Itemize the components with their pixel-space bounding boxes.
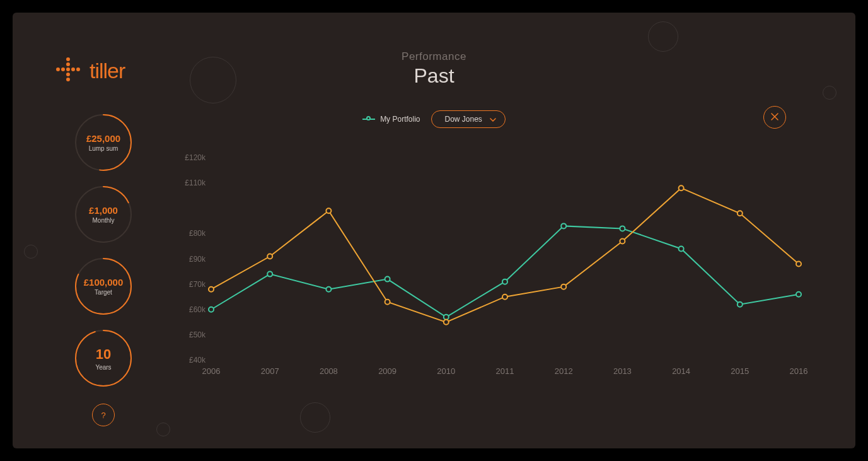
page-subtitle: Performance (13, 50, 855, 63)
benchmark-dropdown-label: Dow Jones (444, 115, 482, 124)
chart-y-tick: £90k (189, 255, 205, 264)
sidebar: £25,000 Lump sum £1,000 Monthly £100,000… (73, 114, 134, 426)
sidebar-ring-years[interactable]: 10 Years (74, 329, 132, 387)
chart-plot (211, 145, 799, 360)
svg-point-36 (679, 185, 684, 190)
chart-x-tick: 2013 (613, 366, 632, 376)
help-button[interactable]: ? (92, 404, 115, 426)
svg-point-28 (209, 287, 214, 292)
close-button[interactable] (763, 106, 786, 129)
svg-point-38 (796, 262, 801, 267)
chart-x-tick: 2009 (378, 366, 396, 376)
benchmark-dropdown[interactable]: Dow Jones (431, 110, 505, 128)
app-panel: tiller Performance Past My Portfolio Dow… (13, 13, 855, 448)
chart-y-tick: £120k (185, 153, 205, 162)
chart-x-tick: 2008 (320, 366, 338, 376)
chart-x-tick: 2011 (496, 366, 514, 376)
legend-item-portfolio: My Portfolio (362, 115, 420, 124)
decorative-circle (156, 423, 170, 436)
svg-point-21 (444, 315, 449, 320)
svg-point-27 (796, 292, 801, 297)
svg-point-30 (326, 208, 331, 213)
chart-x-tick: 2014 (672, 366, 690, 376)
chart-x-tick: 2015 (731, 366, 749, 376)
chart-y-tick: £50k (189, 330, 205, 339)
svg-point-24 (620, 226, 625, 231)
svg-point-17 (209, 307, 214, 312)
chart-svg (211, 145, 799, 360)
chart-x-tick: 2016 (790, 366, 808, 376)
svg-point-35 (620, 238, 625, 243)
legend-label-portfolio: My Portfolio (380, 115, 420, 124)
svg-point-23 (561, 223, 566, 228)
help-icon: ? (101, 411, 105, 420)
chart-x-axis: 2006200720082009201020112012201320142015… (211, 366, 799, 385)
chevron-down-icon (490, 115, 496, 123)
sidebar-ring-lumpsum[interactable]: £25,000 Lump sum (74, 114, 132, 172)
close-icon (771, 112, 778, 123)
chart-y-tick: £80k (189, 229, 205, 238)
svg-point-22 (502, 279, 507, 284)
chart-y-tick: £70k (189, 280, 205, 289)
chart-legend: My Portfolio Dow Jones (13, 110, 855, 128)
decorative-circle (300, 402, 330, 433)
legend-marker-portfolio-icon (362, 117, 375, 122)
svg-point-32 (444, 320, 449, 325)
page-heading: Performance Past (13, 50, 855, 88)
decorative-circle (24, 245, 38, 259)
svg-point-16 (76, 330, 131, 386)
chart-series (209, 223, 801, 319)
chart-x-tick: 2007 (261, 366, 279, 376)
svg-point-20 (385, 277, 390, 282)
svg-point-31 (385, 300, 390, 305)
sidebar-ring-target[interactable]: £100,000 Target (74, 257, 132, 315)
decorative-circle (823, 86, 836, 100)
svg-point-26 (738, 302, 743, 307)
chart-x-tick: 2012 (555, 366, 573, 376)
svg-point-25 (679, 246, 684, 251)
chart-series (209, 185, 801, 325)
sidebar-ring-monthly[interactable]: £1,000 Monthly (74, 185, 132, 243)
chart-x-tick: 2006 (202, 366, 221, 376)
svg-point-19 (326, 287, 331, 292)
chart-y-tick: £110k (185, 178, 205, 187)
chart-y-axis: £40k£50k£60k£70k£90k£80k£110k£120k (176, 139, 208, 360)
svg-point-37 (738, 211, 743, 216)
svg-point-33 (502, 295, 507, 300)
decorative-circle (648, 21, 678, 52)
chart-y-tick: £40k (189, 356, 205, 365)
svg-point-34 (561, 284, 566, 289)
page-title: Past (13, 64, 855, 88)
svg-point-29 (267, 254, 272, 259)
svg-point-18 (267, 272, 272, 277)
chart-area: £40k£50k£60k£70k£90k£80k£110k£120k 20062… (176, 139, 799, 385)
chart-y-tick: £60k (189, 305, 205, 314)
chart-x-tick: 2010 (437, 366, 455, 376)
